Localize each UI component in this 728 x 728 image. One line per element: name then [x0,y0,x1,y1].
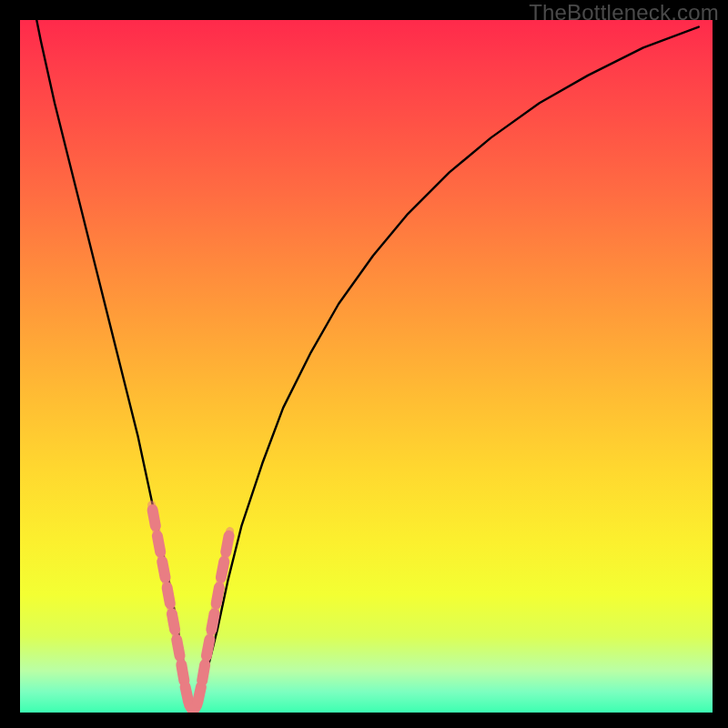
highlight-segment [167,588,170,604]
highlight-segment [217,588,219,604]
highlight-segment [221,561,224,578]
highlight-segment [207,640,209,656]
outer-frame: TheBottleneck.com [0,0,728,728]
bottleneck-curve [34,20,699,711]
highlight-segment [211,613,214,630]
curve-layer [20,20,713,713]
highlight-segment [162,561,165,578]
plot-area [20,20,713,713]
watermark-text: TheBottleneck.com [529,0,719,25]
highlight-segment [181,664,184,681]
highlight-segment [202,664,205,681]
highlight-segment [157,536,160,552]
highlight-segment [177,640,179,656]
highlight-segment [172,613,175,630]
highlight-segment [197,687,201,703]
highlight-segment [226,536,228,552]
highlight-segment [153,510,156,526]
